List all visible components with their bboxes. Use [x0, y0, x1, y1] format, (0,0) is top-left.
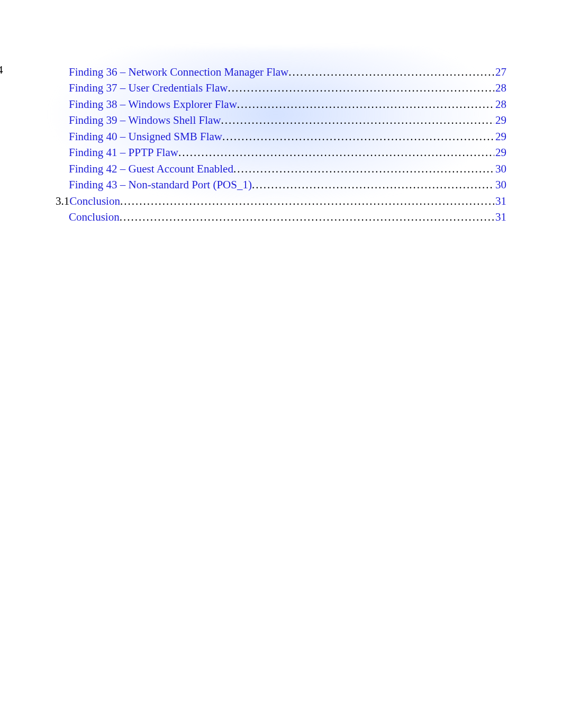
toc-entry-title[interactable]: Finding 40 – Unsigned SMB Flaw: [69, 129, 222, 144]
toc-leader-dots: [120, 209, 494, 225]
toc-entry-page[interactable]: 29: [494, 112, 506, 128]
toc-leader-dots: [252, 177, 494, 193]
document-page: 4 Finding 36 – Network Connection Manage…: [0, 0, 562, 728]
toc-leader-dots: [221, 112, 494, 128]
toc-leader-dots: [178, 144, 494, 160]
toc-leader-dots: [228, 80, 494, 96]
toc-entry-title[interactable]: Finding 42 – Guest Account Enabled: [69, 161, 233, 177]
toc-leader-dots: [237, 96, 494, 112]
toc-entry: 3.1 Conclusion31: [56, 193, 506, 209]
toc-entry: Finding 42 – Guest Account Enabled30: [56, 161, 506, 177]
toc-entry: Finding 37 – User Credentials Flaw28: [56, 80, 506, 96]
toc-entry-page[interactable]: 28: [494, 80, 506, 96]
toc-entry-title[interactable]: Finding 36 – Network Connection Manager …: [69, 64, 288, 80]
toc-entry-page[interactable]: 29: [494, 144, 506, 160]
toc-entry-page[interactable]: 28: [494, 96, 506, 112]
toc-entry: Finding 43 – Non-standard Port (POS_1)30: [56, 177, 506, 193]
toc-entry: Finding 40 – Unsigned SMB Flaw29: [56, 129, 506, 144]
toc-entry-page[interactable]: 30: [494, 177, 506, 193]
toc-entry: Conclusion31: [56, 209, 506, 225]
toc-entry: Finding 36 – Network Connection Manager …: [56, 64, 506, 80]
table-of-contents: Finding 36 – Network Connection Manager …: [56, 64, 506, 225]
toc-entry-title[interactable]: Finding 37 – User Credentials Flaw: [69, 80, 228, 96]
toc-leader-dots: [233, 161, 494, 177]
toc-entry-title[interactable]: Finding 41 – PPTP Flaw: [69, 144, 178, 160]
toc-entry-title[interactable]: Finding 43 – Non-standard Port (POS_1): [69, 177, 252, 193]
toc-entry-page[interactable]: 27: [494, 64, 506, 80]
toc-leader-dots: [120, 193, 494, 209]
toc-entry-page[interactable]: 30: [494, 161, 506, 177]
toc-entry-title[interactable]: Conclusion: [69, 193, 120, 209]
toc-entry-page[interactable]: 31: [494, 193, 506, 209]
toc-entry-title[interactable]: Finding 38 – Windows Explorer Flaw: [69, 96, 237, 112]
toc-entry-title[interactable]: Finding 39 – Windows Shell Flaw: [69, 112, 221, 128]
toc-entry-page[interactable]: 31: [494, 209, 506, 225]
toc-leader-dots: [288, 64, 494, 80]
toc-entry-prefix: 3.1: [56, 193, 69, 209]
toc-leader-dots: [222, 129, 494, 144]
toc-entry: Finding 39 – Windows Shell Flaw29: [56, 112, 506, 128]
toc-entry-title[interactable]: Conclusion: [69, 209, 120, 225]
toc-entry: Finding 38 – Windows Explorer Flaw28: [56, 96, 506, 112]
toc-entry-page[interactable]: 29: [494, 129, 506, 144]
toc-entry: Finding 41 – PPTP Flaw29: [56, 144, 506, 160]
